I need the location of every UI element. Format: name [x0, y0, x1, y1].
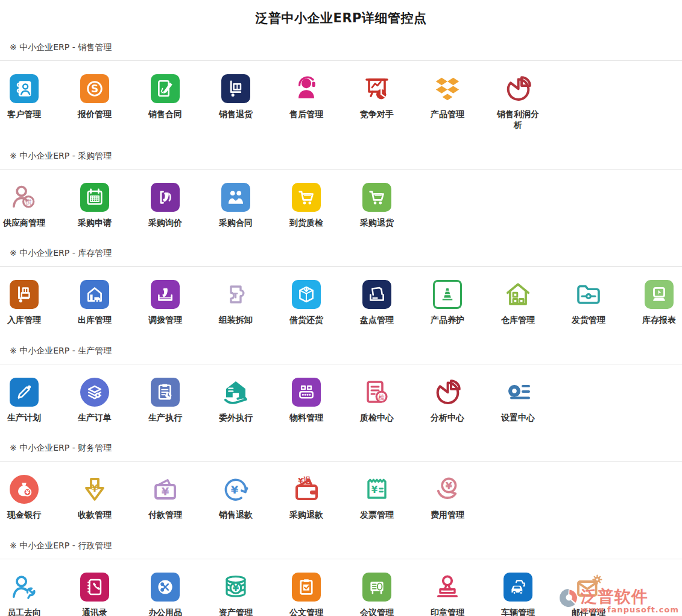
- module-item[interactable]: 发货管理: [564, 280, 613, 325]
- wallet-yuan-icon: ¥: [151, 475, 180, 504]
- module-item[interactable]: ¥收款管理: [71, 475, 119, 520]
- module-item[interactable]: 调拨管理: [141, 280, 189, 325]
- module-item[interactable]: 生产订单: [71, 378, 119, 423]
- module-item[interactable]: S报价管理: [71, 74, 119, 119]
- module-item[interactable]: ¥资产管理: [212, 573, 260, 616]
- section-heading: ※ 中小企业ERP - 财务管理: [0, 443, 682, 462]
- module-item[interactable]: 生产执行: [141, 378, 189, 423]
- page-title: 泛普中小企业ERP详细管控点: [0, 10, 682, 27]
- svg-text:¥: ¥: [371, 484, 378, 495]
- supplier-person-icon: 供: [10, 183, 39, 212]
- module-item[interactable]: 委外执行: [212, 378, 260, 423]
- module-item[interactable]: 设置中心: [494, 378, 542, 423]
- svg-text:检: 检: [378, 393, 385, 401]
- module-item[interactable]: 销售合同: [141, 74, 189, 119]
- house-hand-icon: [221, 378, 250, 407]
- module-item[interactable]: 销售利润分析: [494, 74, 542, 131]
- warehouse-house-icon: [504, 280, 532, 309]
- puzzle-icon: [221, 280, 250, 309]
- module-label: 库存报表: [642, 314, 676, 325]
- module-item[interactable]: 车辆管理: [494, 573, 542, 616]
- module-item[interactable]: 盘点管理: [353, 280, 401, 325]
- module-item[interactable]: 物料管理: [282, 378, 330, 423]
- machine-icon: [292, 378, 321, 407]
- section-heading: ※ 中小企业ERP - 采购管理: [0, 151, 682, 170]
- module-item[interactable]: 检质检中心: [353, 378, 401, 423]
- module-label: 委外执行: [219, 412, 253, 423]
- module-item[interactable]: 公文管理: [282, 573, 330, 616]
- module-label: 到货质检: [289, 217, 323, 228]
- module-item[interactable]: ¥发票管理: [353, 475, 401, 520]
- module-item[interactable]: 到货质检: [282, 183, 330, 228]
- module-item[interactable]: ¥费用管理: [423, 475, 472, 520]
- module-row: 入库管理出库管理调拨管理组装拆卸借货还货盘点管理产品养护仓库管理发货管理库存报表: [0, 267, 682, 325]
- module-label: 设置中心: [501, 412, 535, 423]
- stamp-icon: [433, 573, 462, 602]
- clipboard-clock-icon: [151, 378, 180, 407]
- module-item[interactable]: 分析中心: [423, 378, 472, 423]
- competitor-chart-icon: [362, 74, 391, 103]
- coin-stack-icon: ¥: [221, 573, 250, 602]
- module-item[interactable]: 通讯录: [71, 573, 119, 616]
- module-item[interactable]: 员工去向: [0, 573, 48, 616]
- module-item[interactable]: 入库管理: [0, 280, 48, 325]
- module-item[interactable]: 采购退货: [353, 183, 401, 228]
- module-item[interactable]: 产品养护: [423, 280, 472, 325]
- module-label: 收款管理: [78, 509, 112, 520]
- module-label: 现金银行: [7, 509, 41, 520]
- module-item[interactable]: 组装拆卸: [212, 280, 260, 325]
- module-item[interactable]: 采购合同: [212, 183, 260, 228]
- handtruck-icon: [221, 74, 250, 103]
- module-row: 客户管理S报价管理销售合同销售退货售后管理竞争对手产品管理销售利润分析: [0, 61, 682, 131]
- module-item[interactable]: 采购申请: [71, 183, 119, 228]
- invoice-receipt-icon: ¥: [362, 475, 391, 504]
- svg-text:¥: ¥: [162, 485, 169, 498]
- module-item[interactable]: 产品管理: [423, 74, 472, 119]
- module-item[interactable]: 借货还货: [282, 280, 330, 325]
- module-item[interactable]: 会议管理: [353, 573, 401, 616]
- module-item[interactable]: 出库管理: [71, 280, 119, 325]
- module-item[interactable]: 仓库管理: [494, 280, 542, 325]
- phone-tray-icon: [151, 280, 180, 309]
- module-item[interactable]: 采购询价: [141, 183, 189, 228]
- dropbox-box-icon: [433, 74, 462, 103]
- module-label: 出库管理: [78, 314, 112, 325]
- module-item[interactable]: 印章管理: [423, 573, 472, 616]
- erp-section: ※ 中小企业ERP - 销售管理客户管理S报价管理销售合同销售退货售后管理竞争对…: [0, 42, 682, 131]
- module-label: 会议管理: [360, 607, 394, 616]
- module-item[interactable]: 库存报表: [635, 280, 682, 325]
- module-label: 付款管理: [148, 509, 182, 520]
- module-label: 生产计划: [7, 412, 41, 423]
- module-label: 客户管理: [7, 109, 41, 119]
- module-label: 印章管理: [431, 607, 464, 616]
- module-label: 采购退货: [360, 217, 394, 228]
- module-item[interactable]: ¥销售退款: [212, 475, 260, 520]
- module-item[interactable]: 销售退货: [212, 74, 260, 119]
- svg-text:¥: ¥: [231, 484, 239, 497]
- module-item[interactable]: 售后管理: [282, 74, 330, 119]
- module-label: 资产管理: [219, 607, 253, 616]
- moneybag-icon: ¥: [10, 475, 39, 504]
- module-label: 销售退货: [219, 109, 253, 119]
- office-tools-icon: [151, 573, 180, 602]
- pie-chart-icon: [433, 378, 462, 407]
- module-item[interactable]: 客户管理: [0, 74, 48, 119]
- module-item[interactable]: 生产计划: [0, 378, 48, 423]
- module-label: 生产执行: [148, 412, 182, 423]
- module-item[interactable]: 竞争对手: [353, 74, 401, 119]
- module-label: 盘点管理: [360, 314, 394, 325]
- module-item[interactable]: 供供应商管理: [0, 183, 48, 228]
- logo-website-url: www.fanpusoft.com: [581, 605, 679, 614]
- module-label: 生产订单: [78, 412, 112, 423]
- refresh-yuan-icon: ¥: [221, 475, 250, 504]
- hand-yuan-icon: ¥: [433, 475, 462, 504]
- module-item[interactable]: 办公用品: [141, 573, 189, 616]
- module-item[interactable]: ¥现金银行: [0, 475, 48, 520]
- module-item[interactable]: ¥退采购退款: [282, 475, 330, 520]
- fanpusoft-logo-icon: [558, 587, 579, 609]
- module-item[interactable]: ¥付款管理: [141, 475, 189, 520]
- svg-text:S: S: [91, 83, 98, 95]
- module-label: 产品养护: [431, 314, 464, 325]
- clipboard-check-icon: [292, 573, 321, 602]
- phonebook-icon: [80, 573, 109, 602]
